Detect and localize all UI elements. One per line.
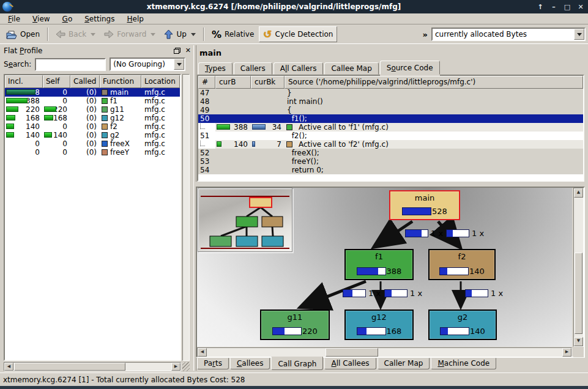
flat-profile-row-g11[interactable]: 220220(0)g11mfg.c xyxy=(5,105,180,114)
source-line-row[interactable]: 49{ xyxy=(198,106,583,114)
forward-dropdown-caret[interactable] xyxy=(151,33,155,36)
menu-view[interactable]: View xyxy=(27,14,55,24)
tab-callees[interactable]: Callees xyxy=(230,358,270,369)
window-bottom-edge xyxy=(0,386,588,389)
function-color-icon xyxy=(102,132,108,138)
source-call-row[interactable]: 1407Active call to 'f2' (mfg.c) xyxy=(198,140,583,149)
dock-close-icon[interactable]: ✕ xyxy=(185,46,191,54)
source-line-row[interactable]: 51 f2(); xyxy=(198,132,583,140)
scroll-thumb[interactable] xyxy=(575,253,582,334)
up-dropdown-caret[interactable] xyxy=(191,33,196,36)
column-header-incl[interactable]: Incl. xyxy=(5,75,43,88)
maximize-button[interactable]: □ xyxy=(562,3,572,11)
graph-node-g2[interactable]: g2140 xyxy=(428,309,497,340)
flat-profile-row-g2[interactable]: 140140(0)g2mfg.c xyxy=(5,131,180,139)
tab-all-callees[interactable]: All Callees xyxy=(324,358,376,369)
incl-cost-bar xyxy=(6,89,35,95)
dock-title-bar[interactable]: Flat Profile ✕ xyxy=(1,45,193,56)
incl-cell: 0 xyxy=(5,139,43,148)
tab-machine-code[interactable]: Machine Code xyxy=(431,358,496,369)
scroll-right-arrow[interactable]: ▶ xyxy=(171,363,180,371)
tab-callee-map[interactable]: Callee Map xyxy=(324,62,378,75)
node-label: g2 xyxy=(430,311,496,322)
column-header-source[interactable]: Source ('/home/philippe/valgrind/littlep… xyxy=(285,76,583,89)
tab-types[interactable]: Types xyxy=(198,62,233,75)
dock-float-icon[interactable] xyxy=(174,48,180,54)
graph-node-f1[interactable]: f1388 xyxy=(344,249,414,280)
cycle-detection-toggle-button[interactable]: ↺ Cycle Detection xyxy=(259,26,337,42)
call-graph-canvas[interactable]: main528f1388f2140g11220g12168g21401 x1 x… xyxy=(197,188,572,347)
close-button[interactable]: ✕ xyxy=(576,3,586,11)
flat-profile-row-f1[interactable]: 3880(0)f1mfg.c xyxy=(5,97,180,105)
minimize-button[interactable]: – xyxy=(549,3,559,11)
source-line-row[interactable]: 50 f1(); xyxy=(198,114,583,123)
combo-dropdown-icon[interactable] xyxy=(574,29,584,40)
combo-dropdown-icon[interactable] xyxy=(174,59,184,70)
source-line-row[interactable]: 52 freeX(); xyxy=(198,149,583,157)
flat-profile-hscrollbar[interactable]: ◀ ▶ xyxy=(4,362,181,371)
function-color-icon xyxy=(102,106,108,113)
menu-settings[interactable]: Settings xyxy=(79,14,120,24)
graph-node-main[interactable]: main528 xyxy=(389,190,460,220)
scroll-right-arrow[interactable]: ▶ xyxy=(562,348,571,357)
graph-node-f2[interactable]: f2140 xyxy=(428,249,496,280)
column-header-function[interactable]: Function xyxy=(100,75,141,88)
search-input[interactable] xyxy=(35,58,106,71)
shade-button[interactable]: ↑ xyxy=(535,3,545,11)
tab-callers[interactable]: Callers xyxy=(234,62,272,75)
column-header-location[interactable]: Location xyxy=(141,75,180,88)
tab-source-code[interactable]: Source Code xyxy=(380,61,440,75)
graph-node-g12[interactable]: g12168 xyxy=(344,309,414,340)
tab-all-callers[interactable]: All Callers xyxy=(274,62,324,75)
toolbar-overflow-chevron[interactable]: » xyxy=(423,30,428,39)
grouping-combobox[interactable]: (No Grouping) xyxy=(110,57,185,71)
source-cell: freeY(); xyxy=(285,157,583,166)
scroll-thumb[interactable] xyxy=(14,363,125,371)
back-button[interactable]: Back xyxy=(52,26,99,42)
edge-cost-fill xyxy=(466,290,472,297)
column-header-curbk[interactable]: curBk xyxy=(251,76,285,89)
node-bar-row: 140 xyxy=(430,267,494,276)
flat-profile-row-main[interactable]: 5280(0)mainmfg.c xyxy=(5,88,180,97)
curbk-cost-bar xyxy=(252,141,255,147)
menu-file[interactable]: File xyxy=(2,14,26,24)
function-title: main xyxy=(199,48,221,57)
menu-help[interactable]: Help xyxy=(121,14,149,24)
graph-vscrollbar[interactable]: ▲ ▼ xyxy=(573,188,584,347)
source-line-row[interactable]: 53 freeY(); xyxy=(198,157,583,166)
flat-profile-row-g12[interactable]: 168168(0)g12mfg.c xyxy=(5,114,180,122)
graph-node-g11[interactable]: g11220 xyxy=(260,309,330,340)
scroll-up-arrow[interactable]: ▲ xyxy=(574,188,583,198)
source-line-row[interactable]: 48int main() xyxy=(198,97,583,106)
source-line-row[interactable]: 54 return 0; xyxy=(198,166,583,174)
line-number-cell: 52 xyxy=(198,149,215,157)
panel-splitter-horizontal[interactable] xyxy=(196,182,585,187)
title-bar[interactable]: xtmemory.kcg.6274 [/home/philippe/valgri… xyxy=(0,0,588,13)
flat-profile-vscrollbar[interactable] xyxy=(182,74,190,361)
scroll-left-arrow[interactable]: ◀ xyxy=(198,348,207,357)
edge-label-main-f1: 1 x xyxy=(405,229,443,238)
column-header-line[interactable]: # xyxy=(198,76,215,89)
scroll-thumb[interactable] xyxy=(326,348,378,357)
tab-call-graph[interactable]: Call Graph xyxy=(271,357,323,370)
up-button[interactable]: Up xyxy=(160,26,199,42)
scroll-left-arrow[interactable]: ◀ xyxy=(4,363,13,371)
tab-caller-map[interactable]: Caller Map xyxy=(378,358,430,369)
column-header-curb[interactable]: curB xyxy=(215,76,251,89)
open-button[interactable]: Open xyxy=(2,26,43,42)
menu-go[interactable]: Go xyxy=(57,14,78,24)
forward-button[interactable]: Forward xyxy=(100,26,159,42)
flat-profile-row-f2[interactable]: 1400(0)f2mfg.c xyxy=(5,122,180,131)
graph-hscrollbar[interactable]: ◀ ▶ xyxy=(197,347,572,357)
resize-grip[interactable] xyxy=(182,362,190,371)
scroll-down-arrow[interactable]: ▼ xyxy=(574,337,583,346)
flat-profile-row-freey[interactable]: 00(0)freeYmfg.c xyxy=(5,148,180,157)
source-call-row[interactable]: 38834Active call to 'f1' (mfg.c) xyxy=(198,123,583,132)
source-line-row[interactable]: 47} xyxy=(198,89,583,97)
relative-toggle-button[interactable]: % Relative xyxy=(208,26,258,42)
column-header-called[interactable]: Called xyxy=(70,75,100,88)
back-dropdown-caret[interactable] xyxy=(91,33,95,36)
flat-profile-row-freex[interactable]: 00(0)freeXmfg.c xyxy=(5,139,180,148)
column-header-self[interactable]: Self xyxy=(43,75,70,88)
event-type-combobox[interactable]: currently allocated Bytes xyxy=(431,28,586,41)
